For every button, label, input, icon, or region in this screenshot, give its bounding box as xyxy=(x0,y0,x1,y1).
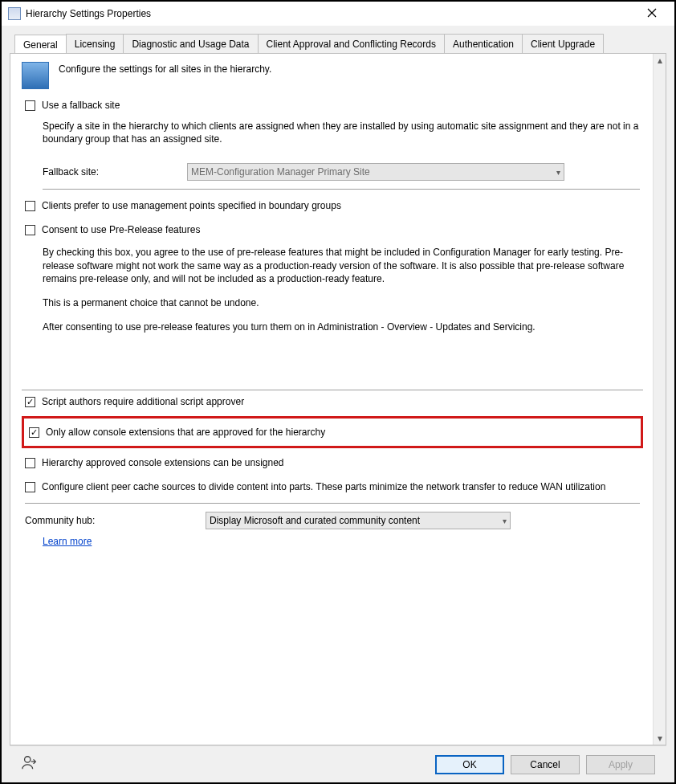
prerelease-p2: This is a permanent choice that cannot b… xyxy=(43,296,640,309)
scroll-area: Configure the settings for all sites in … xyxy=(10,54,653,745)
prerelease-p3: After consenting to use pre-release feat… xyxy=(43,321,640,333)
tab-general[interactable]: General xyxy=(14,35,67,54)
unsigned-extensions-checkbox[interactable] xyxy=(25,458,35,468)
fallback-desc: Specify a site in the hierarchy to which… xyxy=(43,120,640,145)
unsigned-extensions-label: Hierarchy approved console extensions ca… xyxy=(42,457,284,468)
community-hub-dropdown[interactable]: Display Microsoft and curated community … xyxy=(206,512,511,529)
approved-extensions-checkbox[interactable] xyxy=(29,427,39,438)
script-approver-label: Script authors require additional script… xyxy=(42,396,244,407)
intro-row: Configure the settings for all sites in … xyxy=(22,62,643,89)
community-hub-label: Community hub: xyxy=(25,515,198,526)
app-icon xyxy=(8,7,21,20)
peer-cache-label: Configure client peer cache sources to d… xyxy=(42,481,605,492)
divider xyxy=(22,390,643,390)
script-approver-checkbox[interactable] xyxy=(25,397,35,407)
highlighted-option: Only allow console extensions that are a… xyxy=(22,416,643,448)
fallback-site-label: Use a fallback site xyxy=(42,100,120,111)
person-icon xyxy=(21,754,39,774)
chevron-down-icon: ▾ xyxy=(503,517,507,525)
fallback-site-dropdown[interactable]: MEM-Configuration Manager Primary Site ▾ xyxy=(187,163,564,181)
learn-more-link[interactable]: Learn more xyxy=(43,536,92,547)
hierarchy-icon xyxy=(22,62,49,89)
dialog-window: Hierarchy Settings Properties General Li… xyxy=(0,0,676,784)
scroll-down-icon[interactable]: ▾ xyxy=(654,732,666,745)
close-button[interactable] xyxy=(636,8,668,20)
vertical-scrollbar[interactable]: ▴ ▾ xyxy=(653,54,666,745)
cancel-button[interactable]: Cancel xyxy=(511,755,580,774)
approved-extensions-label: Only allow console extensions that are a… xyxy=(46,427,325,438)
divider xyxy=(43,189,640,190)
scroll-up-icon[interactable]: ▴ xyxy=(654,54,666,67)
intro-text: Configure the settings for all sites in … xyxy=(59,62,271,75)
tab-client-upgrade[interactable]: Client Upgrade xyxy=(522,34,604,53)
prerelease-checkbox[interactable] xyxy=(25,225,35,235)
boundary-groups-label: Clients prefer to use management points … xyxy=(42,200,341,211)
community-hub-value: Display Microsoft and curated community … xyxy=(210,515,420,526)
svg-point-2 xyxy=(25,757,31,762)
fallback-site-value: MEM-Configuration Manager Primary Site xyxy=(191,166,370,178)
tab-panel-general: Configure the settings for all sites in … xyxy=(10,53,666,745)
ok-button[interactable]: OK xyxy=(435,755,504,774)
tab-diagnostic[interactable]: Diagnostic and Usage Data xyxy=(123,34,258,53)
tab-licensing[interactable]: Licensing xyxy=(66,34,124,53)
apply-button: Apply xyxy=(586,755,655,774)
tab-strip: General Licensing Diagnostic and Usage D… xyxy=(10,34,666,53)
client-area: General Licensing Diagnostic and Usage D… xyxy=(2,26,674,782)
tab-authentication[interactable]: Authentication xyxy=(444,34,523,53)
titlebar: Hierarchy Settings Properties xyxy=(2,2,674,26)
close-icon xyxy=(647,8,657,18)
prerelease-label: Consent to use Pre-Release features xyxy=(42,224,200,235)
divider xyxy=(25,503,640,504)
dialog-footer: OK Cancel Apply xyxy=(10,745,666,782)
boundary-groups-checkbox[interactable] xyxy=(25,201,35,211)
tab-client-approval[interactable]: Client Approval and Conflicting Records xyxy=(258,34,445,53)
fallback-site-checkbox[interactable] xyxy=(25,100,35,111)
peer-cache-checkbox[interactable] xyxy=(25,482,35,492)
window-title: Hierarchy Settings Properties xyxy=(26,8,636,19)
chevron-down-icon: ▾ xyxy=(556,168,560,177)
fallback-site-field-label: Fallback site: xyxy=(43,166,179,178)
prerelease-p1: By checking this box, you agree to the u… xyxy=(43,246,640,285)
